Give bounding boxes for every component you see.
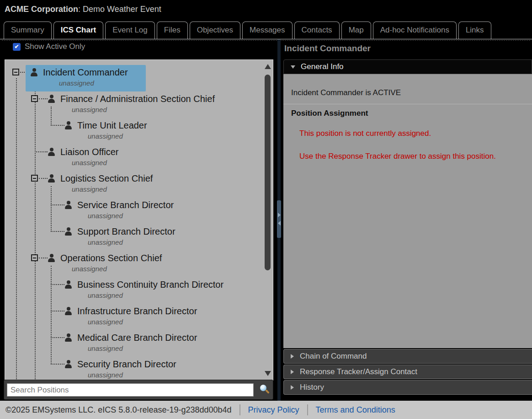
scrollbar-thumb[interactable]: [265, 75, 271, 270]
tree-node-support-branch-director[interactable]: Support Branch Director unassigned: [5, 225, 273, 251]
tree-node-status: unassigned: [5, 79, 273, 91]
tab-adhoc-notifications[interactable]: Ad-hoc Notifications: [373, 21, 457, 39]
tree-node-finance-admin-section-chief[interactable]: Finance / Administration Section Chief u…: [5, 92, 273, 118]
privacy-policy-link[interactable]: Privacy Policy: [248, 405, 299, 415]
section-divider: [283, 104, 532, 104]
tab-files[interactable]: Files: [157, 21, 188, 39]
event-name: : Demo Weather Event: [78, 5, 161, 14]
assignment-warning-line-1: This position is not currently assigned.: [299, 129, 431, 138]
person-icon: [48, 174, 55, 183]
tree-node-label: Finance / Administration Section Chief: [60, 94, 215, 104]
tree-node-label: Logistics Section Chief: [60, 173, 153, 184]
tab-strip: Summary ICS Chart Event Log Files Object…: [0, 18, 532, 39]
show-active-checkbox[interactable]: ✔: [13, 43, 21, 51]
tree-node-operations-section-chief[interactable]: Operations Section Chief unassigned: [5, 251, 273, 278]
person-icon: [64, 227, 72, 236]
tree-scrollbar[interactable]: [263, 60, 272, 380]
expander-minus-icon[interactable]: [31, 95, 38, 102]
chain-of-command-accordion-header[interactable]: Chain of Command: [283, 349, 532, 364]
search-positions-input[interactable]: [7, 383, 254, 397]
tree-node-label: Medical Care Branch Director: [77, 333, 197, 343]
ics-position-tree: Incident Commander unassigned Finance / …: [5, 60, 273, 380]
chevron-down-icon: [291, 65, 295, 69]
tab-links[interactable]: Links: [458, 21, 491, 39]
person-icon: [48, 254, 55, 262]
tree-node-liaison-officer[interactable]: Liaison Officer unassigned: [5, 145, 273, 172]
position-assignment-heading: Position Assignment: [291, 109, 368, 118]
tree-node-status: unassigned: [5, 212, 273, 224]
tree-node-label: Support Branch Director: [77, 226, 176, 237]
tree-node-label: Infrastructure Branch Director: [77, 306, 197, 317]
tree-node-logistics-section-chief[interactable]: Logistics Section Chief unassigned: [5, 172, 273, 198]
event-title: ACME Corporation: Demo Weather Event: [5, 5, 161, 14]
splitter-collapse-handle[interactable]: [277, 200, 281, 238]
scroll-up-arrow-icon[interactable]: [265, 64, 271, 69]
tree-node-incident-commander[interactable]: Incident Commander unassigned: [5, 65, 273, 92]
chevron-right-icon: [291, 354, 294, 359]
response-tracker-accordion-header[interactable]: Response Tracker/Assign Contact: [283, 365, 532, 379]
person-icon: [64, 333, 72, 342]
history-accordion-header[interactable]: History: [283, 380, 532, 395]
person-icon: [30, 68, 38, 76]
tab-ics-chart[interactable]: ICS Chart: [53, 21, 103, 39]
expander-minus-icon[interactable]: [12, 69, 19, 75]
footer-divider: [307, 404, 308, 415]
tree-node-infrastructure-branch-director[interactable]: Infrastructure Branch Director unassigne…: [5, 304, 273, 331]
tree-node-security-branch-director[interactable]: Security Branch Director unassigned: [5, 357, 273, 381]
tree-node-business-continuity-branch-director[interactable]: Business Continuity Branch Director unas…: [5, 278, 273, 304]
search-magnifier-icon[interactable]: [259, 384, 270, 395]
position-active-status: Incident Commander is ACTIVE: [291, 88, 401, 97]
footer: ©2025 EMSystems LLC. eICS 5.8.0-release-…: [0, 401, 532, 419]
tree-node-status: unassigned: [5, 291, 273, 303]
splitter-left-arrow-icon: [278, 221, 281, 226]
tab-event-log[interactable]: Event Log: [105, 21, 155, 39]
show-active-label: Show Active Only: [25, 42, 85, 51]
terms-and-conditions-link[interactable]: Terms and Conditions: [316, 405, 395, 415]
accordion-label: Response Tracker/Assign Contact: [300, 367, 417, 376]
show-active-only-control[interactable]: ✔ Show Active Only: [13, 42, 85, 51]
organization-name: ACME Corporation: [5, 5, 78, 14]
person-icon: [48, 95, 55, 103]
scroll-down-arrow-icon[interactable]: [265, 371, 271, 376]
person-icon: [64, 280, 72, 289]
expander-minus-icon[interactable]: [31, 175, 38, 182]
tree-node-status: unassigned: [5, 318, 273, 330]
tree-node-label: Liaison Officer: [60, 147, 118, 157]
ics-chart-content: ✔ Show Active Only: [0, 39, 532, 401]
tree-node-label: Security Branch Director: [77, 359, 176, 370]
person-icon: [64, 201, 72, 209]
tree-node-status: unassigned: [5, 159, 273, 171]
tab-summary[interactable]: Summary: [4, 21, 52, 39]
accordion-label: History: [300, 383, 324, 392]
general-info-accordion-header[interactable]: General Info: [283, 59, 532, 74]
tree-node-status: unassigned: [5, 185, 273, 197]
tree-node-label: Operations Section Chief: [60, 253, 162, 263]
accordion-label: General Info: [301, 62, 344, 71]
splitter-right-arrow-icon: [278, 213, 281, 217]
person-icon: [64, 307, 72, 315]
tree-node-label: Incident Commander: [43, 67, 128, 78]
tree-node-label: Time Unit Leader: [77, 120, 147, 131]
expander-minus-icon[interactable]: [31, 254, 38, 261]
person-icon: [64, 121, 72, 129]
tab-map[interactable]: Map: [341, 21, 371, 39]
tree-node-status: unassigned: [5, 238, 273, 250]
chevron-right-icon: [291, 370, 294, 374]
check-icon: ✔: [14, 43, 19, 50]
position-search-bar: [4, 380, 273, 400]
tree-node-medical-care-branch-director[interactable]: Medical Care Branch Director unassigned: [5, 331, 273, 357]
tree-node-service-branch-director[interactable]: Service Branch Director unassigned: [5, 198, 273, 225]
person-icon: [48, 148, 55, 156]
tab-objectives[interactable]: Objectives: [190, 21, 240, 39]
chevron-right-icon: [291, 385, 294, 390]
copyright-version-text: ©2025 EMSystems LLC. eICS 5.8.0-release-…: [5, 405, 232, 415]
tree-node-status: unassigned: [5, 132, 273, 144]
tree-node-status: unassigned: [5, 371, 273, 381]
tab-contacts[interactable]: Contacts: [294, 21, 340, 39]
top-bar: ACME Corporation: Demo Weather Event: [0, 0, 532, 18]
tree-node-label: Service Branch Director: [77, 200, 174, 210]
ics-position-tree-panel: Incident Commander unassigned Finance / …: [5, 59, 273, 381]
tab-messages[interactable]: Messages: [242, 21, 292, 39]
tree-node-time-unit-leader[interactable]: Time Unit Leader unassigned: [5, 118, 273, 145]
assignment-warning-line-2: Use the Response Tracker drawer to assig…: [299, 152, 496, 161]
